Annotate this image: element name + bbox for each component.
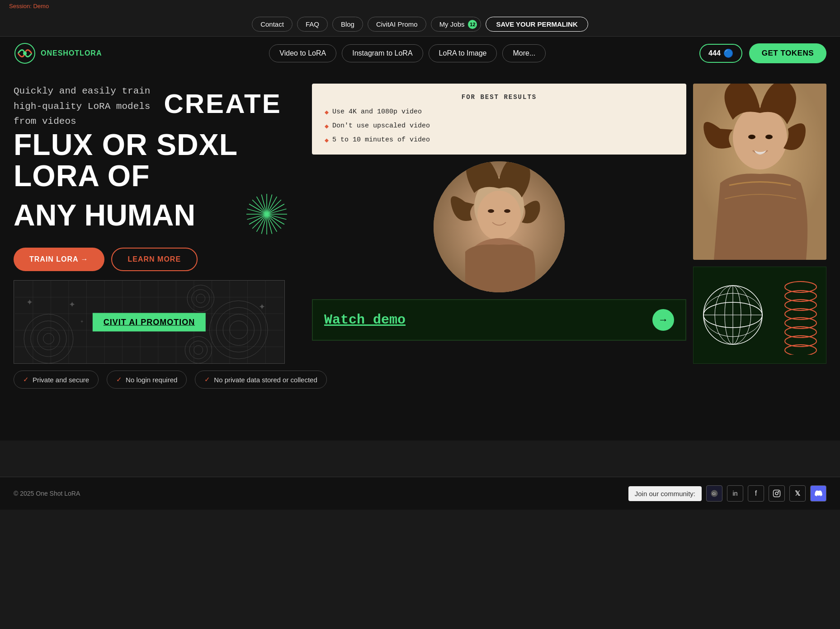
twitter-social-btn[interactable]: 𝕏	[789, 485, 806, 502]
svg-point-61	[765, 135, 773, 139]
svg-text:✦: ✦	[69, 300, 76, 310]
save-permalink-btn[interactable]: SAVE YOUR PERMALINK	[486, 17, 588, 32]
hero-top-row: Quickly and easily train high-quality Lo…	[14, 84, 303, 129]
svg-point-46	[192, 290, 210, 308]
session-label: Session: Demo	[9, 3, 49, 9]
svg-point-44	[230, 321, 248, 339]
watch-demo-card[interactable]: Watch demo →	[312, 299, 686, 341]
svg-point-38	[185, 337, 212, 363]
svg-point-81	[778, 492, 779, 493]
hero-right: FOR BEST RESULTS ◆ Use 4K and 1080p vide…	[312, 84, 826, 364]
best-results-item-1: ◆ Use 4K and 1080p video	[325, 108, 674, 117]
more-btn[interactable]: More...	[502, 44, 546, 62]
best-results-card: FOR BEST RESULTS ◆ Use 4K and 1080p vide…	[312, 84, 686, 155]
discord-btn[interactable]	[810, 485, 826, 502]
discord-social-btn[interactable]: Ci	[706, 485, 722, 502]
svg-point-60	[748, 135, 755, 139]
watch-demo-arrow[interactable]: →	[652, 309, 674, 331]
hero-left: Quickly and easily train high-quality Lo…	[14, 84, 303, 364]
check-icon-3: ✓	[204, 376, 210, 384]
promo-label[interactable]: CIVIT AI PROMOTION	[93, 313, 206, 331]
tokens-count: 444	[708, 49, 721, 57]
instagram-icon	[773, 489, 781, 498]
train-lora-btn[interactable]: TRAIN LORA →	[14, 248, 104, 271]
svg-point-34	[38, 328, 60, 350]
woman-photo-rect-svg	[693, 84, 826, 260]
hero-title-block: FLUX OR SDXL LORA OF ANY HUMAN	[14, 129, 303, 239]
svg-point-80	[775, 492, 778, 495]
get-tokens-btn[interactable]: GET TOKENS	[749, 43, 826, 63]
best-results-title: FOR BEST RESULTS	[325, 94, 674, 101]
hero-mid-col: FOR BEST RESULTS ◆ Use 4K and 1080p vide…	[312, 84, 686, 364]
photo-rect	[693, 84, 826, 260]
svg-point-35	[43, 333, 54, 344]
svg-text:✦: ✦	[80, 319, 84, 324]
civitai-nav-btn[interactable]: CivitAI Promo	[368, 17, 426, 32]
svg-rect-79	[774, 490, 780, 497]
best-results-item-3: ◆ 5 to 10 minutes of video	[325, 136, 674, 145]
footer-copyright: © 2025 One Shot LoRA	[14, 490, 80, 497]
discord-icon	[814, 489, 822, 498]
logo-area[interactable]: ONESHOTLORA	[14, 42, 102, 65]
hero-title-row2: ANY HUMAN	[14, 192, 303, 239]
top-nav: Contact FAQ Blog CivitAI Promo My Jobs 1…	[0, 12, 840, 37]
best-results-item-2: ◆ Don't use upscaled video	[325, 122, 674, 131]
photo-circle-container	[312, 161, 686, 292]
hero-subtitle-block: Quickly and easily train high-quality Lo…	[14, 84, 150, 129]
hero-buttons: TRAIN LORA → LEARN MORE	[14, 248, 303, 271]
svg-point-45	[187, 285, 214, 312]
blog-nav-btn[interactable]: Blog	[332, 17, 363, 32]
svg-text:Ci: Ci	[713, 492, 716, 496]
bullet-icon-3: ◆	[325, 136, 329, 145]
check-icon-2: ✓	[116, 376, 122, 384]
session-bar: Session: Demo	[0, 0, 840, 12]
svg-point-54	[504, 209, 510, 213]
contact-nav-btn[interactable]: Contact	[252, 17, 293, 32]
myjobs-nav-btn[interactable]: My Jobs 12	[431, 17, 481, 32]
facebook-social-btn[interactable]: f	[748, 485, 764, 502]
check-icon-1: ✓	[23, 376, 29, 384]
svg-point-52	[477, 191, 521, 240]
svg-point-39	[189, 341, 208, 359]
token-icon: 🔵	[723, 48, 733, 58]
civitai-icon: Ci	[710, 489, 718, 498]
tokens-display: 444 🔵	[699, 44, 742, 63]
best-results-list: ◆ Use 4K and 1080p video ◆ Don't use ups…	[325, 108, 674, 145]
learn-more-btn[interactable]: LEARN MORE	[111, 248, 198, 271]
instagram-social-btn[interactable]	[769, 485, 785, 502]
hero-title-line1: FLUX OR SDXL LORA OF	[14, 129, 303, 192]
faq-nav-btn[interactable]: FAQ	[297, 17, 328, 32]
community-label: Join our community:	[628, 486, 702, 501]
bullet-icon-1: ◆	[325, 108, 329, 117]
svg-text:✦: ✦	[259, 303, 265, 312]
svg-text:✦: ✦	[26, 298, 33, 307]
sunburst-decoration	[244, 192, 289, 239]
trust-badge-3: ✓ No private data stored or collected	[195, 371, 326, 389]
woman-photo-svg	[434, 161, 565, 292]
svg-point-53	[488, 209, 494, 213]
video-to-lora-btn[interactable]: Video to LoRA	[269, 44, 336, 62]
svg-point-32	[24, 314, 73, 364]
jobs-badge: 12	[468, 20, 477, 29]
hero-subtitle: Quickly and easily train high-quality Lo…	[14, 84, 150, 129]
logo-text: ONESHOTLORA	[41, 49, 102, 57]
hero-title-line2: ANY HUMAN	[14, 200, 195, 231]
svg-point-33	[31, 321, 66, 357]
bullet-icon-2: ◆	[325, 122, 329, 131]
svg-point-47	[196, 294, 205, 303]
lora-to-image-btn[interactable]: LoRA to Image	[429, 44, 497, 62]
trust-badge-1: ✓ Private and secure	[14, 371, 99, 389]
linkedin-social-btn[interactable]: in	[727, 485, 743, 502]
hero-section: Quickly and easily train high-quality Lo…	[0, 70, 840, 364]
svg-point-43	[223, 314, 254, 346]
instagram-to-lora-btn[interactable]: Instagram to LoRA	[342, 44, 423, 62]
hero-right-col	[693, 84, 826, 364]
geo-art	[693, 267, 826, 364]
photo-circle	[434, 161, 565, 292]
main-nav-pills: Video to LoRA Instagram to LoRA LoRA to …	[122, 44, 693, 62]
footer: © 2025 One Shot LoRA Join our community:…	[0, 477, 840, 510]
trust-badge-2: ✓ No login required	[107, 371, 187, 389]
logo-icon	[14, 42, 36, 65]
footer-community: Join our community: Ci in f 𝕏	[628, 485, 826, 502]
hero-create-label: CREATE	[164, 88, 281, 119]
